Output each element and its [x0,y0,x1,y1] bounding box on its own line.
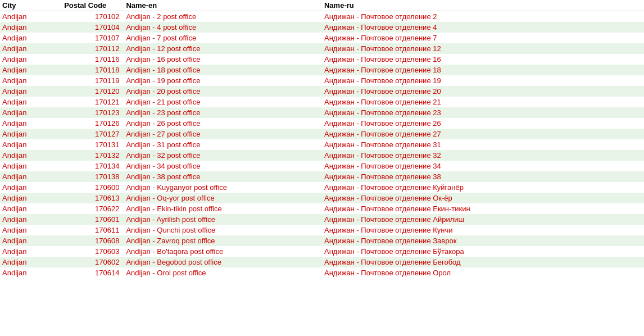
cell-name-en: Andijan - 19 post office [124,75,322,86]
cell-postal: 170107 [62,33,124,43]
cell-postal: 170121 [62,97,124,107]
cell-name-en: Andijan - Ekin-tikin post office [124,203,322,214]
cell-postal: 170138 [62,171,124,182]
cell-city: Andijan [0,246,62,257]
cell-name-ru: Андижан - Почтовое отделение 12 [322,43,644,54]
cell-postal: 170613 [62,193,124,203]
cell-postal: 170112 [62,43,124,54]
cell-postal: 170119 [62,75,124,86]
cell-name-ru: Андижан - Почтовое отделение Заврок [322,235,644,246]
cell-city: Andijan [0,171,62,182]
cell-name-ru: Андижан - Почтовое отделение Ок-ёр [322,193,644,203]
cell-name-ru: Андижан - Почтовое отделение Айрилиш [322,214,644,225]
cell-name-ru: Андижан - Почтовое отделение 34 [322,161,644,171]
cell-name-ru: Андижан - Почтовое отделение Орол [322,267,644,278]
cell-city: Andijan [0,65,62,75]
cell-name-en: Andijan - Bo'taqora post office [124,246,322,257]
cell-postal: 170127 [62,129,124,139]
cell-name-en: Andijan - Oq-yor post office [124,193,322,203]
cell-name-ru: Андижан - Почтовое отделение Куйганёр [322,182,644,193]
header-city: City [0,0,62,11]
cell-name-ru: Андижан - Почтовое отделение 26 [322,118,644,129]
cell-city: Andijan [0,118,62,129]
cell-name-en: Andijan - 4 post office [124,22,322,33]
cell-name-ru: Андижан - Почтовое отделение 20 [322,86,644,97]
cell-postal: 170123 [62,107,124,118]
cell-name-en: Andijan - Orol post office [124,267,322,278]
cell-name-en: Andijan - 38 post office [124,171,322,182]
cell-name-en: Andijan - 32 post office [124,150,322,161]
cell-city: Andijan [0,107,62,118]
table-row: Andijan170102Andijan - 2 post officeАнди… [0,11,644,22]
cell-city: Andijan [0,257,62,267]
table-row: Andijan170138Andijan - 38 post officeАнд… [0,171,644,182]
cell-name-en: Andijan - 18 post office [124,65,322,75]
table-row: Andijan170622Andijan - Ekin-tikin post o… [0,203,644,214]
table-row: Andijan170134Andijan - 34 post officeАнд… [0,161,644,171]
cell-city: Andijan [0,203,62,214]
cell-name-ru: Андижан - Почтовое отделение Кунчи [322,225,644,235]
table-row: Andijan170126Andijan - 26 post officeАнд… [0,118,644,129]
cell-name-ru: Андижан - Почтовое отделение 7 [322,33,644,43]
cell-city: Andijan [0,129,62,139]
cell-name-ru: Андижан - Почтовое отделение 27 [322,129,644,139]
cell-name-en: Andijan - Zavroq post office [124,235,322,246]
cell-postal: 170600 [62,182,124,193]
cell-postal: 170608 [62,235,124,246]
cell-postal: 170102 [62,11,124,22]
table-row: Andijan170601Andijan - Ayrilish post off… [0,214,644,225]
cell-name-en: Andijan - 20 post office [124,86,322,97]
cell-postal: 170132 [62,150,124,161]
cell-name-ru: Андижан - Почтовое отделение 18 [322,65,644,75]
table-row: Andijan170132Andijan - 32 post officeАнд… [0,150,644,161]
cell-name-ru: Андижан - Почтовое отделение 19 [322,75,644,86]
cell-postal: 170601 [62,214,124,225]
cell-postal: 170611 [62,225,124,235]
table-row: Andijan170614Andijan - Orol post officeА… [0,267,644,278]
cell-city: Andijan [0,22,62,33]
cell-city: Andijan [0,161,62,171]
cell-city: Andijan [0,54,62,65]
table-row: Andijan170123Andijan - 23 post officeАнд… [0,107,644,118]
cell-name-en: Andijan - Qunchi post office [124,225,322,235]
cell-name-ru: Андижан - Почтовое отделение 2 [322,11,644,22]
table-row: Andijan170118Andijan - 18 post officeАнд… [0,65,644,75]
cell-name-en: Andijan - 26 post office [124,118,322,129]
cell-postal: 170622 [62,203,124,214]
table-row: Andijan170107Andijan - 7 post officeАнди… [0,33,644,43]
cell-postal: 170603 [62,246,124,257]
header-name-ru: Name-ru [322,0,644,11]
cell-postal: 170118 [62,65,124,75]
cell-name-en: Andijan - 34 post office [124,161,322,171]
cell-city: Andijan [0,33,62,43]
header-name-en: Name-en [124,0,322,11]
cell-city: Andijan [0,139,62,150]
cell-name-en: Andijan - 21 post office [124,97,322,107]
cell-name-en: Andijan - 31 post office [124,139,322,150]
cell-postal: 170120 [62,86,124,97]
cell-postal: 170104 [62,22,124,33]
table-row: Andijan170112Andijan - 12 post officeАнд… [0,43,644,54]
cell-name-ru: Андижан - Почтовое отделение 21 [322,97,644,107]
cell-city: Andijan [0,214,62,225]
table-row: Andijan170608Andijan - Zavroq post offic… [0,235,644,246]
cell-name-ru: Андижан - Почтовое отделение Бўтакора [322,246,644,257]
cell-postal: 170602 [62,257,124,267]
table-row: Andijan170127Andijan - 27 post officeАнд… [0,129,644,139]
cell-city: Andijan [0,86,62,97]
cell-postal: 170116 [62,54,124,65]
cell-name-en: Andijan - 7 post office [124,33,322,43]
cell-name-en: Andijan - 16 post office [124,54,322,65]
cell-name-ru: Андижан - Почтовое отделение 16 [322,54,644,65]
table-row: Andijan170603Andijan - Bo'taqora post of… [0,246,644,257]
cell-city: Andijan [0,225,62,235]
cell-city: Andijan [0,43,62,54]
table-row: Andijan170104Andijan - 4 post officeАнди… [0,22,644,33]
cell-city: Andijan [0,193,62,203]
cell-name-en: Andijan - Begobod post office [124,257,322,267]
header-postal: Postal Code [62,0,124,11]
cell-name-ru: Андижан - Почтовое отделение Бегобод [322,257,644,267]
table-row: Andijan170116Andijan - 16 post officeАнд… [0,54,644,65]
cell-name-en: Andijan - 27 post office [124,129,322,139]
table-row: Andijan170613Andijan - Oq-yor post offic… [0,193,644,203]
